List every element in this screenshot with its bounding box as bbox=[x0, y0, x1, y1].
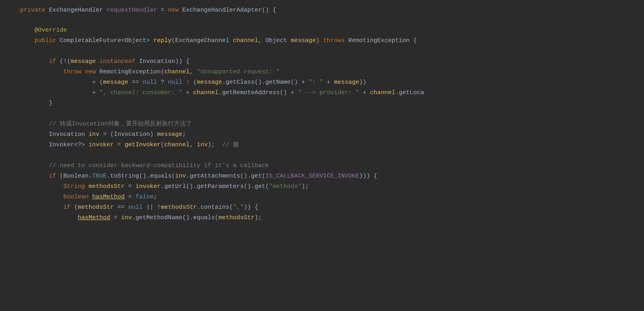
args-invoker: ( bbox=[161, 140, 164, 150]
code-line-20: if (methodsStr == null || !methodsStr.co… bbox=[0, 203, 644, 213]
kw-null-3: null bbox=[128, 203, 143, 212]
var-request-handler: requestHandler bbox=[107, 6, 157, 15]
assign-3: = bbox=[125, 182, 135, 192]
param-message: message bbox=[291, 36, 316, 46]
keyword-instanceof: instanceof bbox=[99, 57, 139, 67]
kw-true: TRUE bbox=[92, 172, 107, 181]
code-line-1: private ExchangeHandler requestHandler =… bbox=[0, 4, 644, 15]
close-paren-2: ); bbox=[208, 140, 222, 150]
indent-16c bbox=[20, 213, 78, 223]
plus-3: + bbox=[182, 88, 193, 98]
code-line-5 bbox=[0, 46, 644, 57]
space-instanceof bbox=[96, 57, 99, 67]
get-method-name: .getMethodName().equals( bbox=[132, 213, 218, 223]
var-channel-2: channel bbox=[370, 88, 395, 98]
kw-false: false bbox=[135, 192, 153, 202]
indent-8g bbox=[20, 172, 49, 181]
indent-8d bbox=[20, 130, 49, 139]
code-line-9: + ", channel: consumer: " + channel.getR… bbox=[0, 88, 644, 99]
plus-4: + bbox=[359, 88, 370, 98]
code-editor: private ExchangeHandler requestHandler =… bbox=[0, 0, 644, 311]
plus-msg: + bbox=[323, 78, 334, 87]
code-line-6: if (!(message instanceof Invocation)) { bbox=[0, 57, 644, 67]
indent-8f bbox=[20, 161, 49, 171]
var-invoker: invoker bbox=[89, 140, 114, 150]
semi-4: ); bbox=[254, 213, 262, 223]
code-line-17: if (Boolean.TRUE.toString().equals(inv.g… bbox=[0, 172, 644, 182]
code-line-12: // 转成Invocation对象，要开始用反射执行方法了 bbox=[0, 119, 644, 130]
keyword-if-3: if bbox=[63, 203, 74, 212]
code-line-2 bbox=[0, 15, 644, 26]
param-channel: channel bbox=[233, 36, 258, 46]
method-reply: reply bbox=[153, 36, 172, 46]
comma-2: , bbox=[190, 67, 197, 77]
code-line-8: + (message == null ? null : (message.get… bbox=[0, 78, 644, 88]
close-paren-1: )) bbox=[359, 78, 366, 87]
paren-open: ( bbox=[172, 36, 175, 46]
string-unsupported: "Unsupported request: " bbox=[197, 67, 280, 77]
plus-1: + ( bbox=[92, 78, 103, 87]
method-get-invoker: getInvoker bbox=[125, 140, 161, 150]
kw-null-1: null bbox=[143, 78, 157, 87]
semi-3: ; bbox=[153, 192, 157, 202]
var-methods-str-4: methodsStr bbox=[218, 213, 254, 223]
keyword-if: if bbox=[49, 57, 60, 67]
arg-channel: channel bbox=[164, 67, 190, 77]
keyword-new: new bbox=[168, 6, 182, 15]
indent-8b bbox=[20, 99, 49, 108]
kw-null-2: null bbox=[168, 78, 182, 87]
indent-12d bbox=[20, 203, 63, 212]
keyword-boolean: boolean bbox=[63, 192, 92, 202]
exception-type: RemotingException { bbox=[348, 36, 417, 46]
class-adapter: ExchangeHandlerAdapter() { bbox=[182, 6, 276, 15]
semi-2: ); bbox=[301, 182, 309, 192]
keyword-public: public bbox=[34, 36, 60, 46]
annotation-override: @Override bbox=[20, 26, 67, 35]
var-methods-str-2: methodsStr bbox=[78, 203, 114, 212]
code-line-4: public CompletableFuture<Object> reply(E… bbox=[0, 36, 644, 46]
assign-cast: = (Invocation) bbox=[99, 130, 157, 139]
plus-2: + bbox=[92, 88, 99, 98]
indent-8c bbox=[20, 119, 49, 129]
var-message-3: message bbox=[197, 78, 222, 87]
comma-1: , bbox=[258, 36, 265, 46]
indent-16 bbox=[20, 78, 92, 87]
cond-open-2: ( bbox=[74, 203, 78, 212]
assign-2: = bbox=[114, 140, 125, 150]
indent-16b bbox=[20, 88, 92, 98]
var-inv: inv bbox=[89, 130, 99, 139]
indent-8 bbox=[20, 57, 49, 67]
keyword-if-2: if bbox=[49, 172, 60, 181]
or-op: || ! bbox=[143, 203, 161, 212]
class-invocation-1: Invocation bbox=[139, 57, 175, 67]
var-methods-str-3: methodsStr bbox=[161, 203, 197, 212]
code-line-7: throw new RemotingException(channel, "Un… bbox=[0, 67, 644, 78]
keyword-private: private bbox=[20, 6, 49, 15]
keyword-throw: throw bbox=[63, 67, 85, 77]
comment-backward-compat: // need to consider backward-compatibili… bbox=[49, 161, 269, 171]
string-channel: ", channel: consumer: " bbox=[99, 88, 182, 98]
eq-eq: == bbox=[128, 78, 143, 87]
var-inv-3: inv bbox=[121, 213, 132, 223]
to-string: .toString().equals( bbox=[107, 172, 175, 181]
string-comma: "," bbox=[233, 203, 244, 212]
semi-1: ; bbox=[182, 130, 186, 139]
type-invoker: Invoker<?> bbox=[49, 140, 89, 150]
var-methods-str: methodsStr bbox=[89, 182, 125, 192]
get-loca: .getLoca bbox=[395, 88, 424, 98]
var-channel-1: channel bbox=[193, 88, 218, 98]
keyword-throws: throws bbox=[323, 36, 348, 46]
equals: = bbox=[157, 6, 168, 15]
var-inv-2: inv bbox=[175, 172, 186, 181]
paren-bool-open: ( bbox=[60, 172, 63, 181]
cond-close-2: )) { bbox=[244, 203, 258, 212]
get-remote: .getRemoteAddress() + bbox=[218, 88, 298, 98]
keyword-string: String bbox=[63, 182, 89, 192]
ternary-1: ? bbox=[157, 78, 168, 87]
class-boolean: Boolean. bbox=[63, 172, 92, 181]
var-has-method: hasMethod bbox=[92, 192, 125, 202]
cond-close: )) { bbox=[175, 57, 190, 67]
string-colon: ": " bbox=[309, 78, 323, 87]
param-type-2: Object bbox=[265, 36, 291, 46]
var-message-4: message bbox=[334, 78, 359, 87]
